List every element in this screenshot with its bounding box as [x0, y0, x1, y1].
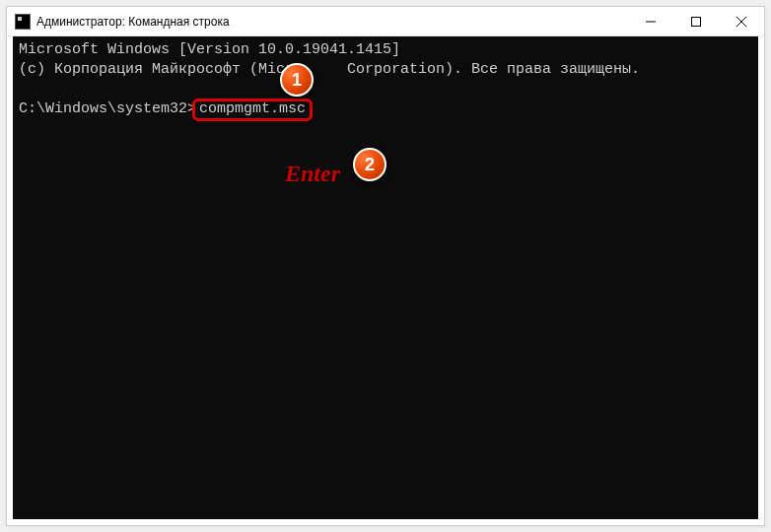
svg-rect-1 [692, 17, 701, 26]
copyright-part-b: Corporation). Все права защищены. [347, 61, 640, 78]
console-line-copyright: (c) Корпорация Майкрософт (Micro Corpora… [19, 60, 752, 80]
console-prompt-line: C:\Windows\system32>compmgmt.msc [19, 99, 752, 121]
titlebar[interactable]: Администратор: Командная строка [7, 7, 764, 36]
console-blank-line [19, 79, 752, 99]
annotation-enter-label: Enter [285, 161, 340, 187]
command-highlight: compmgmt.msc [192, 99, 313, 121]
minimize-icon [646, 17, 656, 27]
maximize-button[interactable] [673, 7, 719, 35]
close-icon [736, 17, 746, 27]
prompt-text: C:\Windows\system32> [19, 100, 196, 117]
annotation-badge-1: 1 [280, 63, 314, 97]
console-area[interactable]: Microsoft Windows [Version 10.0.19041.14… [13, 36, 758, 519]
close-button[interactable] [719, 7, 764, 35]
copyright-part-a: (c) Корпорация Майкрософт (Micro [19, 61, 303, 78]
cmd-icon [15, 14, 31, 30]
window-title: Администратор: Командная строка [36, 15, 628, 29]
window-controls [628, 7, 764, 35]
maximize-icon [691, 17, 701, 27]
window-frame: Администратор: Командная строка Microso [6, 6, 765, 526]
console-line-version: Microsoft Windows [Version 10.0.19041.14… [19, 40, 752, 60]
annotation-badge-2: 2 [353, 148, 386, 181]
minimize-button[interactable] [628, 7, 673, 35]
command-text: compmgmt.msc [199, 100, 306, 117]
